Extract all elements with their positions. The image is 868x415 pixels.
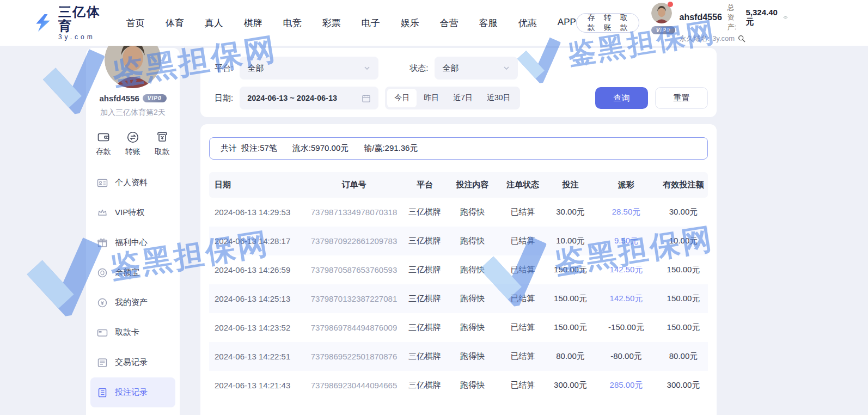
summary-turnover: 流水:5970.00元 [292,143,349,154]
filter-card: 平台: 全部 状态: 全部 日期: 2024-06-13 ~ 2024-06-1… [200,48,717,117]
search-icon[interactable] [737,34,746,43]
wallet-icon [97,131,110,144]
cell-content: 跑得快 [447,313,498,342]
cell-order: 7379869784494876009 [305,313,403,342]
summary-win-loss: 输/赢:291.36元 [364,143,418,154]
table-row: 2024-06-13 14:29:53 7379871334978070318 … [209,198,708,227]
status-label: 状态: [409,63,428,74]
cell-content: 跑得快 [447,284,498,313]
sidebar-item-welfare[interactable]: 福利中心 [90,228,175,258]
nav-sports[interactable]: 体育 [166,17,184,29]
user-cluster: VIP0 ahsfd4556 总资产: 5,324.40元 永久域名: 3y.c… [651,3,788,44]
quick-withdraw-button[interactable]: 取款 [155,131,170,157]
sidebar-item-vip[interactable]: VIP特权 [90,198,175,228]
nav-lottery[interactable]: 彩票 [322,17,341,29]
cell-date: 2024-06-13 14:22:51 [209,342,305,371]
header-platform: 平台 [403,172,447,198]
reset-button[interactable]: 重置 [655,87,708,109]
cell-bet: 80.00元 [547,342,594,371]
withdraw-icon [156,131,169,144]
sidebar-item-label: 投注记录 [115,387,148,398]
cell-valid: 10.00元 [659,227,708,255]
cell-platform: 三亿棋牌 [403,313,447,342]
summary-bar: 共计 投注:57笔 流水:5970.00元 输/赢:291.36元 [209,137,708,160]
sidebar-menu: 个人资料 VIP特权 福利中心 余额宝 [86,168,180,415]
header-status: 注单状态 [498,172,547,198]
nav-entertainment[interactable]: 娱乐 [401,17,419,29]
nav-promo[interactable]: 优惠 [518,17,537,29]
brand-domain: 3y.com [58,33,101,41]
transfer-link[interactable]: 转账 [604,13,612,33]
cell-payout: 142.50元 [594,255,659,284]
cell-status: 已结算 [498,342,547,371]
cell-status: 已结算 [498,284,547,313]
quick-actions: 存款 转账 取款 [86,131,180,157]
deposit-link[interactable]: 存款 [588,13,595,33]
nav-service[interactable]: 客服 [479,17,498,29]
eye-icon[interactable] [783,13,788,22]
quick-deposit-label: 存款 [96,147,111,157]
platform-select[interactable]: 全部 [240,57,378,80]
coin-icon [97,267,108,278]
quick-deposit-button[interactable]: 存款 [96,131,111,157]
quick-transfer-label: 转账 [125,147,140,157]
calendar-icon [362,94,371,103]
range-yesterday[interactable]: 昨日 [417,89,446,107]
cell-valid: 30.00元 [659,198,708,227]
cell-content: 跑得快 [447,227,498,255]
table-header-row: 日期 订单号 平台 投注内容 注单状态 投注 派彩 有效投注额 [209,172,708,198]
quick-transfer-button[interactable]: 转账 [125,131,140,157]
asset-value: 5,324.40元 [746,8,778,27]
nav-live[interactable]: 真人 [205,17,223,29]
nav-home[interactable]: 首页 [126,17,145,29]
sidebar-item-redeem-records[interactable]: 兑奖记录 [90,407,175,415]
cell-valid: 150.00元 [659,284,708,313]
avatar[interactable] [651,3,672,23]
date-range-input[interactable]: 2024-06-13 ~ 2024-06-13 [240,87,378,109]
nav-app[interactable]: APP [558,17,576,29]
cell-content: 跑得快 [447,371,498,400]
domain-value: 3y.com [712,34,735,42]
sidebar-item-yuebao[interactable]: 余额宝 [90,258,175,288]
sidebar-item-withdraw-card[interactable]: 取款卡 [90,318,175,347]
id-card-icon [97,178,108,188]
top-bar: 三亿体育 3y.com 首页 体育 真人 棋牌 电竞 彩票 电子 娱乐 合营 客… [0,0,868,46]
nav-chess[interactable]: 棋牌 [244,17,262,29]
cell-status: 已结算 [498,371,547,400]
header-valid: 有效投注额 [659,172,708,198]
sidebar-item-profile[interactable]: 个人资料 [90,168,175,198]
cell-bet: 150.00元 [547,255,594,284]
header-payout: 派彩 [594,172,659,198]
status-select[interactable]: 全部 [435,57,518,80]
cell-date: 2024-06-13 14:26:59 [209,255,305,284]
header-bet: 投注 [547,172,594,198]
cell-date: 2024-06-13 14:28:17 [209,227,305,255]
sidebar-item-assets[interactable]: 我的资产 [90,288,175,318]
nav-affiliate[interactable]: 合营 [440,17,459,29]
cell-order: 7379869522501870876 [305,342,403,371]
results-card: 共计 投注:57笔 流水:5970.00元 输/赢:291.36元 日期 订单号… [200,124,717,415]
nav-esports[interactable]: 电竞 [283,17,302,29]
cell-status: 已结算 [498,198,547,227]
cell-platform: 三亿棋牌 [403,342,447,371]
sidebar-item-label: 个人资料 [115,178,148,188]
sidebar-item-transactions[interactable]: 交易记录 [90,347,175,377]
cell-bet: 300.00元 [547,371,594,400]
header-content: 投注内容 [447,172,498,198]
sidebar-item-bet-records[interactable]: 投注记录 [90,377,175,407]
range-7days[interactable]: 近7日 [446,89,480,107]
cell-bet: 150.00元 [547,313,594,342]
cell-order: 7379870132387227081 [305,284,403,313]
cell-payout: 28.50元 [594,198,659,227]
cell-valid: 150.00元 [659,255,708,284]
range-today[interactable]: 今日 [387,89,417,107]
sidebar-item-label: 我的资产 [115,297,148,308]
cell-platform: 三亿棋牌 [403,227,447,255]
bet-records-table: 日期 订单号 平台 投注内容 注单状态 投注 派彩 有效投注额 2024-06-… [209,172,708,400]
table-row: 2024-06-13 14:23:52 7379869784494876009 … [209,313,708,342]
withdraw-link[interactable]: 取款 [620,13,628,33]
range-30days[interactable]: 近30日 [480,89,518,107]
search-button[interactable]: 查询 [595,87,648,109]
nav-slots[interactable]: 电子 [362,17,380,29]
brand-logo[interactable]: 三亿体育 3y.com [34,5,101,41]
